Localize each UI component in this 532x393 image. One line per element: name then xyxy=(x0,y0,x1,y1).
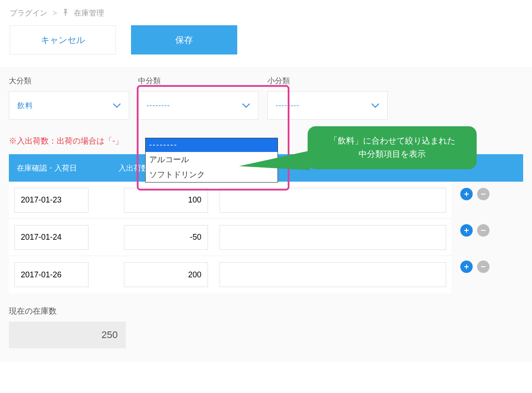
medium-category-dropdown[interactable]: -------- アルコール ソフトドリンク xyxy=(145,138,278,183)
form-panel: 大分類 飲料 中分類 -------- 小分類 -------- xyxy=(0,67,532,362)
breadcrumb-current: 在庫管理 xyxy=(74,8,104,18)
qty-input[interactable] xyxy=(124,262,208,287)
medium-category-label: 中分類 xyxy=(138,76,258,86)
minus-icon xyxy=(480,264,486,270)
large-category-select[interactable]: 飲料 xyxy=(9,91,129,120)
chevron-down-icon xyxy=(242,103,250,108)
add-row-button[interactable] xyxy=(460,188,473,200)
date-input[interactable] xyxy=(14,188,89,213)
chevron-down-icon xyxy=(371,103,379,108)
qty-input[interactable] xyxy=(124,188,208,213)
callout-text-line1: 「飲料」に合わせて絞り込まれた xyxy=(316,134,468,148)
category-row: 大分類 飲料 中分類 -------- 小分類 -------- xyxy=(9,76,523,120)
table-head-date: 在庫確認・入荷日 xyxy=(9,163,119,173)
qty-input[interactable] xyxy=(124,225,208,250)
memo-input[interactable] xyxy=(220,262,446,287)
memo-input[interactable] xyxy=(220,225,446,250)
small-category-select[interactable]: -------- xyxy=(267,91,388,120)
large-category-value: 飲料 xyxy=(17,101,33,111)
row-actions xyxy=(451,224,490,237)
chevron-down-icon xyxy=(113,103,121,108)
row-actions-column xyxy=(451,182,490,273)
medium-category-select[interactable]: -------- xyxy=(138,91,258,120)
action-bar: キャンセル 保存 xyxy=(0,25,532,67)
breadcrumb-separator: > xyxy=(53,9,57,18)
table-row xyxy=(9,219,451,256)
memo-input[interactable] xyxy=(220,188,446,213)
current-stock-label: 現在の在庫数 xyxy=(9,306,523,316)
plus-icon xyxy=(463,227,470,233)
table-body xyxy=(9,182,451,293)
current-stock-value: 250 xyxy=(9,322,126,348)
dropdown-option[interactable]: ソフトドリンク xyxy=(146,167,278,182)
breadcrumb: プラグイン > 在庫管理 xyxy=(0,0,532,25)
remove-row-button[interactable] xyxy=(477,261,490,273)
pin-icon xyxy=(62,9,69,17)
minus-icon xyxy=(480,191,486,197)
plus-icon xyxy=(463,191,470,197)
row-actions xyxy=(451,261,490,273)
callout-text-line2: 中分類項目を表示 xyxy=(316,148,468,161)
remove-row-button[interactable] xyxy=(477,224,490,237)
breadcrumb-parent[interactable]: プラグイン xyxy=(10,8,47,18)
large-category-field: 大分類 飲料 xyxy=(9,76,129,120)
cancel-button[interactable]: キャンセル xyxy=(10,25,116,54)
add-row-button[interactable] xyxy=(460,261,473,273)
dropdown-option[interactable]: アルコール xyxy=(146,152,278,167)
date-input[interactable] xyxy=(14,262,89,287)
large-category-label: 大分類 xyxy=(9,76,129,86)
table-row xyxy=(9,256,451,293)
remove-row-button[interactable] xyxy=(477,188,490,200)
save-button[interactable]: 保存 xyxy=(131,25,237,54)
dropdown-option[interactable]: -------- xyxy=(146,138,278,152)
small-category-label: 小分類 xyxy=(267,76,388,86)
minus-icon xyxy=(480,227,486,233)
medium-category-field: 中分類 -------- xyxy=(138,76,258,120)
add-row-button[interactable] xyxy=(460,224,473,237)
medium-category-value: -------- xyxy=(146,101,170,110)
svg-rect-0 xyxy=(65,13,66,16)
table-row xyxy=(9,182,451,219)
small-category-field: 小分類 -------- xyxy=(267,76,388,120)
info-callout: 「飲料」に合わせて絞り込まれた 中分類項目を表示 xyxy=(308,126,477,169)
small-category-value: -------- xyxy=(276,101,299,110)
row-actions xyxy=(451,188,490,200)
plus-icon xyxy=(463,264,470,270)
date-input[interactable] xyxy=(14,225,89,250)
